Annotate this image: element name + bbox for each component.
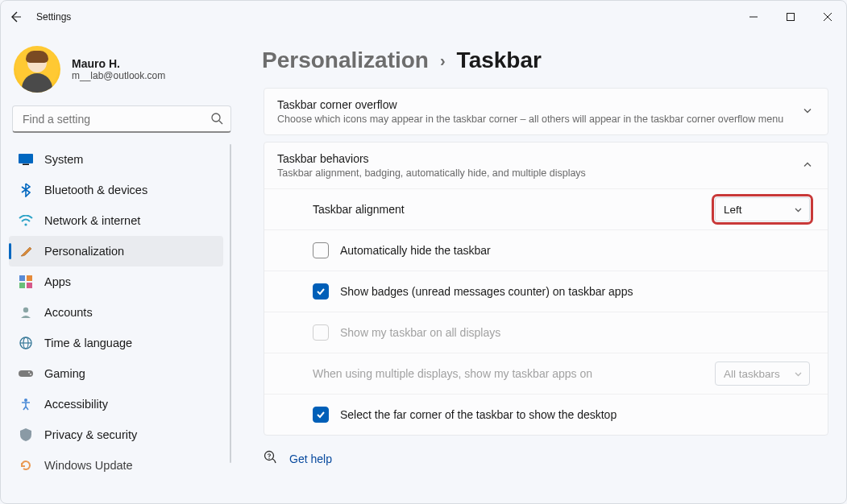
svg-rect-9 xyxy=(19,283,25,288)
wifi-icon xyxy=(19,213,33,228)
sidebar-item-personalization[interactable]: Personalization xyxy=(9,236,223,266)
svg-rect-10 xyxy=(27,283,32,288)
autohide-label: Automatically hide the taskbar xyxy=(340,244,810,257)
svg-point-18 xyxy=(24,399,27,402)
svg-point-6 xyxy=(24,223,27,225)
svg-rect-1 xyxy=(787,14,795,21)
help-icon xyxy=(264,450,278,467)
nav-label: Bluetooth & devices xyxy=(44,184,147,196)
row-all-displays: Show my taskbar on all displays xyxy=(264,312,828,353)
breadcrumb-current: Taskbar xyxy=(457,48,542,73)
row-multi-display: When using multiple displays, show my ta… xyxy=(264,353,828,394)
nav-label: Windows Update xyxy=(44,459,133,472)
row-autohide: Automatically hide the taskbar xyxy=(264,229,828,271)
sidebar-item-time[interactable]: Time & language xyxy=(9,328,223,358)
sidebar: Mauro H. m__lab@outlook.com System Bluet… xyxy=(1,33,243,503)
multi-display-label: When using multiple displays, show my ta… xyxy=(313,367,704,380)
sidebar-item-system[interactable]: System xyxy=(9,144,223,175)
avatar xyxy=(14,46,60,93)
multi-display-dropdown: All taskbars xyxy=(715,361,810,386)
search-input[interactable] xyxy=(12,105,231,133)
window-title: Settings xyxy=(36,11,71,23)
panel-subtitle: Taskbar alignment, badging, automaticall… xyxy=(277,167,586,179)
breadcrumb-separator: › xyxy=(440,52,446,70)
update-icon xyxy=(19,458,33,473)
close-button[interactable] xyxy=(809,1,846,33)
accounts-icon xyxy=(19,305,33,320)
row-far-corner: Select the far corner of the taskbar to … xyxy=(264,394,828,435)
get-help-link[interactable]: Get help xyxy=(289,452,332,465)
panel-subtitle: Choose which icons may appear in the tas… xyxy=(277,114,783,125)
all-displays-checkbox xyxy=(313,324,329,341)
nav-label: Personalization xyxy=(44,245,124,258)
sidebar-item-update[interactable]: Windows Update xyxy=(9,450,223,481)
badges-label: Show badges (unread messages counter) on… xyxy=(340,285,810,298)
panel-overflow[interactable]: Taskbar corner overflow Choose which ico… xyxy=(264,88,828,135)
titlebar: Settings xyxy=(1,1,846,33)
minimize-button[interactable] xyxy=(735,1,772,33)
row-badges: Show badges (unread messages counter) on… xyxy=(264,271,828,312)
help-row: Get help xyxy=(264,450,828,467)
accessibility-icon xyxy=(19,397,33,411)
maximize-button[interactable] xyxy=(772,1,809,33)
nav-label: Accessibility xyxy=(44,398,108,411)
chevron-down-icon xyxy=(802,105,813,118)
panel-behaviors: Taskbar behaviors Taskbar alignment, bad… xyxy=(264,142,828,436)
window-controls xyxy=(735,1,846,33)
sidebar-item-accessibility[interactable]: Accessibility xyxy=(9,389,223,419)
sidebar-item-apps[interactable]: Apps xyxy=(9,266,223,297)
search-icon xyxy=(210,112,223,127)
profile-email: m__lab@outlook.com xyxy=(72,70,165,81)
back-button[interactable] xyxy=(9,10,22,23)
panel-title: Taskbar behaviors xyxy=(277,152,586,165)
sidebar-item-accounts[interactable]: Accounts xyxy=(9,297,223,328)
svg-point-17 xyxy=(30,374,31,375)
alignment-label: Taskbar alignment xyxy=(313,203,704,216)
sidebar-item-network[interactable]: Network & internet xyxy=(9,205,223,236)
svg-point-11 xyxy=(23,308,28,312)
chevron-up-icon xyxy=(802,159,813,172)
bluetooth-icon xyxy=(19,183,33,197)
multi-display-value: All taskbars xyxy=(724,368,780,380)
nav-label: Gaming xyxy=(44,367,85,380)
svg-point-16 xyxy=(28,371,30,373)
breadcrumb: Personalization › Taskbar xyxy=(262,48,828,73)
apps-icon xyxy=(19,275,33,289)
all-displays-label: Show my taskbar on all displays xyxy=(340,326,810,339)
nav-label: Network & internet xyxy=(44,214,140,227)
row-alignment: Taskbar alignment Left xyxy=(264,188,828,229)
globe-icon xyxy=(19,336,33,350)
sidebar-item-privacy[interactable]: Privacy & security xyxy=(9,419,223,450)
nav-label: System xyxy=(44,153,83,166)
nav-label: Apps xyxy=(44,275,71,288)
system-icon xyxy=(19,152,33,167)
alignment-value: Left xyxy=(724,204,742,216)
nav-label: Accounts xyxy=(44,306,93,319)
badges-checkbox[interactable] xyxy=(313,283,329,300)
svg-rect-7 xyxy=(19,275,25,281)
gaming-icon xyxy=(19,366,33,381)
panel-title: Taskbar corner overflow xyxy=(277,98,783,111)
sidebar-item-gaming[interactable]: Gaming xyxy=(9,358,223,389)
main-content: Personalization › Taskbar Taskbar corner… xyxy=(243,33,846,503)
autohide-checkbox[interactable] xyxy=(313,242,329,258)
far-corner-label: Select the far corner of the taskbar to … xyxy=(340,408,810,421)
svg-point-20 xyxy=(268,458,269,459)
alignment-dropdown[interactable]: Left xyxy=(715,197,810,221)
nav-label: Time & language xyxy=(44,337,132,349)
svg-rect-5 xyxy=(23,164,29,166)
sidebar-item-bluetooth[interactable]: Bluetooth & devices xyxy=(9,175,223,205)
svg-line-3 xyxy=(219,121,222,124)
nav-list: System Bluetooth & devices Network & int… xyxy=(9,144,235,503)
far-corner-checkbox[interactable] xyxy=(313,407,329,423)
svg-rect-8 xyxy=(27,275,32,281)
breadcrumb-parent[interactable]: Personalization xyxy=(262,48,429,73)
panel-behaviors-header[interactable]: Taskbar behaviors Taskbar alignment, bad… xyxy=(264,143,828,188)
svg-rect-4 xyxy=(19,154,33,163)
brush-icon xyxy=(19,244,33,258)
nav-label: Privacy & security xyxy=(44,428,137,441)
profile-block[interactable]: Mauro H. m__lab@outlook.com xyxy=(9,38,235,105)
shield-icon xyxy=(19,428,33,442)
svg-point-2 xyxy=(212,114,220,122)
profile-name: Mauro H. xyxy=(72,57,165,70)
